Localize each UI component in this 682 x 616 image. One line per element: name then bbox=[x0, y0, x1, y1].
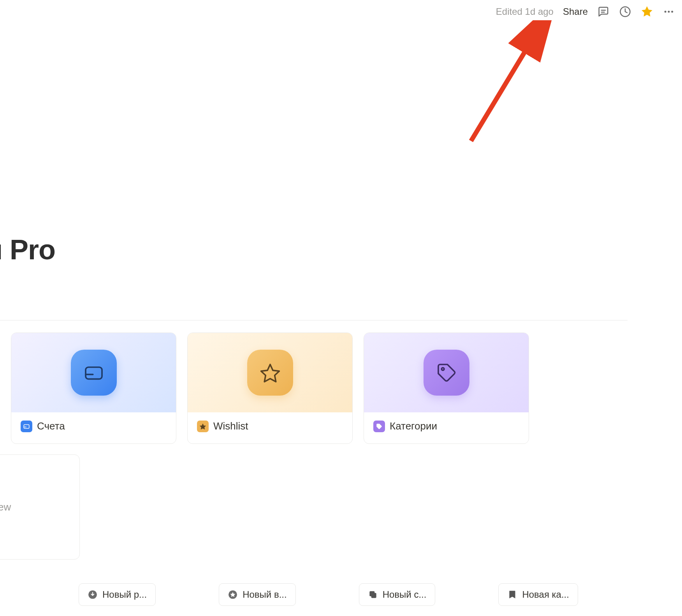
card-cover bbox=[188, 333, 352, 412]
svg-point-14 bbox=[441, 368, 444, 370]
action-row: Новый р... Новый в... Новый с... Новая к… bbox=[0, 583, 682, 606]
card-label: Счета bbox=[37, 420, 65, 432]
svg-rect-10 bbox=[24, 424, 29, 428]
card-label: Категории bbox=[390, 420, 437, 432]
bookmark-icon bbox=[507, 590, 517, 600]
new-entry-button-3[interactable]: Новая ка... bbox=[498, 583, 578, 606]
history-icon[interactable] bbox=[619, 5, 631, 18]
card-cover bbox=[364, 333, 529, 412]
download-circle-icon bbox=[88, 590, 98, 600]
new-entry-button-0[interactable]: Новый р... bbox=[79, 583, 156, 606]
card-label-row: Категории bbox=[364, 412, 529, 440]
annotation-arrow bbox=[463, 20, 557, 149]
new-entry-button-1[interactable]: Новый в... bbox=[219, 583, 296, 606]
svg-marker-3 bbox=[642, 7, 652, 16]
action-label: Новая ка... bbox=[522, 589, 569, 600]
more-icon[interactable] bbox=[663, 5, 675, 18]
svg-rect-19 bbox=[369, 591, 374, 596]
star-icon bbox=[197, 421, 209, 432]
svg-point-6 bbox=[671, 11, 673, 13]
svg-marker-13 bbox=[200, 424, 206, 429]
card-empty-label: ew bbox=[0, 501, 11, 513]
cards-row: Счета Wishlist Категории bbox=[0, 333, 529, 444]
star-icon bbox=[247, 350, 293, 396]
card-categories[interactable]: Категории bbox=[364, 333, 529, 444]
edited-timestamp: Edited 1d ago bbox=[496, 6, 554, 17]
favorite-star-icon[interactable] bbox=[641, 5, 653, 18]
page-title: ансами Pro bbox=[0, 234, 55, 266]
action-label: Новый с... bbox=[383, 589, 427, 600]
share-button[interactable]: Share bbox=[563, 6, 588, 17]
card-empty[interactable]: ew bbox=[0, 454, 80, 560]
comments-icon[interactable] bbox=[597, 5, 610, 18]
star-filled-icon bbox=[228, 590, 238, 600]
card-icon bbox=[21, 421, 32, 432]
card-label-row: Wishlist bbox=[188, 412, 352, 440]
copy-icon bbox=[368, 590, 378, 600]
card-icon bbox=[71, 350, 117, 396]
new-entry-button-2[interactable]: Новый с... bbox=[359, 583, 436, 606]
svg-rect-8 bbox=[86, 367, 102, 379]
topbar: Edited 1d ago Share bbox=[0, 0, 682, 23]
action-label: Новый в... bbox=[243, 589, 287, 600]
tag-icon bbox=[424, 350, 469, 396]
card-label-row: Счета bbox=[11, 412, 176, 440]
card-label: Wishlist bbox=[213, 420, 248, 432]
section-divider bbox=[0, 320, 628, 320]
card-cover bbox=[11, 333, 176, 412]
svg-point-5 bbox=[668, 11, 670, 13]
card-accounts[interactable]: Счета bbox=[11, 333, 176, 444]
card-wishlist[interactable]: Wishlist bbox=[187, 333, 353, 444]
svg-marker-12 bbox=[261, 364, 279, 382]
svg-point-4 bbox=[664, 11, 666, 13]
action-label: Новый р... bbox=[102, 589, 147, 600]
tag-icon bbox=[373, 421, 385, 432]
svg-line-21 bbox=[471, 25, 541, 141]
